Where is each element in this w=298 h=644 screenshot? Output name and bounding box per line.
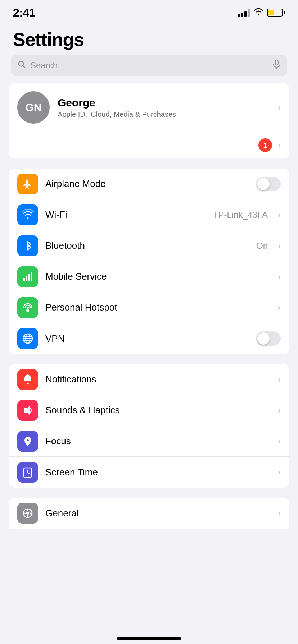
general-chevron: ›: [278, 508, 281, 518]
notifications-chevron: ›: [278, 374, 281, 385]
settings-row-bluetooth[interactable]: Bluetooth On ›: [9, 230, 289, 261]
search-container: Search: [0, 55, 298, 83]
svg-line-1: [23, 66, 26, 68]
settings-row-notifications[interactable]: Notifications ›: [9, 364, 289, 395]
personal-hotspot-icon: [17, 297, 38, 318]
vpn-icon: [17, 328, 38, 349]
screen-time-icon: [17, 462, 38, 483]
settings-row-wifi[interactable]: Wi-Fi TP-Link_43FA ›: [9, 199, 289, 230]
profile-info: George Apple ID, iCloud, Media & Purchas…: [58, 97, 270, 119]
general-icon: [17, 503, 38, 524]
wifi-value: TP-Link_43FA: [213, 210, 268, 220]
svg-rect-5: [26, 276, 27, 281]
status-time: 2:41: [13, 6, 35, 19]
profile-chevron: ›: [278, 102, 281, 112]
svg-rect-9: [26, 309, 29, 312]
sounds-chevron: ›: [278, 405, 281, 415]
vpn-label: VPN: [45, 333, 249, 344]
bluetooth-chevron: ›: [278, 241, 281, 251]
search-bar[interactable]: Search: [11, 55, 287, 76]
svg-rect-2: [275, 60, 278, 65]
avatar-initials: GN: [26, 101, 42, 114]
settings-row-sounds[interactable]: Sounds & Haptics ›: [9, 395, 289, 426]
settings-row-general[interactable]: General ›: [9, 498, 289, 529]
notification-row[interactable]: 1 ›: [9, 132, 289, 158]
wifi-chevron: ›: [278, 210, 281, 220]
focus-label: Focus: [45, 436, 271, 447]
general-section: General ›: [9, 498, 289, 529]
wifi-icon: [17, 204, 38, 225]
badge-number: 1: [263, 141, 267, 150]
settings-row-airplane-mode[interactable]: Airplane Mode: [9, 169, 289, 199]
avatar: GN: [17, 91, 50, 124]
personal-hotspot-label: Personal Hotspot: [45, 302, 271, 313]
vpn-toggle[interactable]: [256, 331, 281, 346]
home-indicator: [117, 637, 181, 640]
mobile-service-label: Mobile Service: [45, 271, 271, 282]
status-bar: 2:41: [0, 0, 298, 22]
bluetooth-icon: [17, 235, 38, 256]
settings-row-personal-hotspot[interactable]: Personal Hotspot ›: [9, 292, 289, 323]
focus-chevron: ›: [278, 436, 281, 446]
signal-icon: [238, 8, 250, 17]
svg-rect-7: [31, 272, 32, 281]
settings-row-screen-time[interactable]: Screen Time ›: [9, 457, 289, 488]
profile-name: George: [58, 97, 270, 109]
wifi-status-icon: [253, 8, 263, 18]
svg-point-18: [27, 439, 29, 441]
mobile-service-chevron: ›: [278, 272, 281, 282]
notification-chevron: ›: [278, 140, 281, 150]
svg-point-8: [27, 307, 29, 309]
airplane-mode-toggle[interactable]: [256, 177, 281, 191]
general-label: General: [45, 508, 271, 519]
svg-rect-4: [23, 278, 25, 281]
connectivity-section: Airplane Mode Wi-Fi TP-Link_43FA › Bluet…: [9, 169, 289, 354]
airplane-mode-label: Airplane Mode: [45, 178, 249, 189]
battery-icon: [267, 9, 285, 17]
search-icon: [17, 60, 26, 71]
settings-row-vpn[interactable]: VPN: [9, 323, 289, 354]
wifi-label: Wi-Fi: [45, 209, 206, 220]
mobile-service-icon: [17, 266, 38, 287]
sounds-icon: [17, 400, 38, 421]
status-icons: [238, 8, 285, 18]
svg-point-16: [27, 374, 29, 376]
page-title: Settings: [13, 29, 285, 50]
sounds-label: Sounds & Haptics: [45, 405, 271, 416]
svg-rect-6: [28, 274, 30, 281]
notifications-label: Notifications: [45, 374, 271, 385]
screen-time-label: Screen Time: [45, 467, 271, 478]
notifications-icon: [17, 369, 38, 390]
profile-row[interactable]: GN George Apple ID, iCloud, Media & Purc…: [9, 83, 289, 132]
profile-section: GN George Apple ID, iCloud, Media & Purc…: [9, 83, 289, 158]
settings-row-mobile-service[interactable]: Mobile Service ›: [9, 261, 289, 292]
personal-hotspot-chevron: ›: [278, 303, 281, 313]
svg-point-21: [26, 512, 29, 515]
page-title-area: Settings: [0, 22, 298, 55]
notifications-section: Notifications › Sounds & Haptics › Focus…: [9, 364, 289, 488]
notification-badge: 1: [258, 138, 272, 152]
profile-subtitle: Apple ID, iCloud, Media & Purchases: [58, 110, 270, 119]
svg-marker-17: [24, 406, 30, 415]
settings-row-focus[interactable]: Focus ›: [9, 426, 289, 457]
bluetooth-label: Bluetooth: [45, 240, 249, 251]
screen-time-chevron: ›: [278, 467, 281, 477]
focus-icon: [17, 431, 38, 452]
microphone-icon[interactable]: [273, 60, 281, 71]
bluetooth-value: On: [256, 241, 268, 251]
airplane-mode-icon: [17, 174, 38, 194]
search-placeholder: Search: [30, 60, 268, 70]
